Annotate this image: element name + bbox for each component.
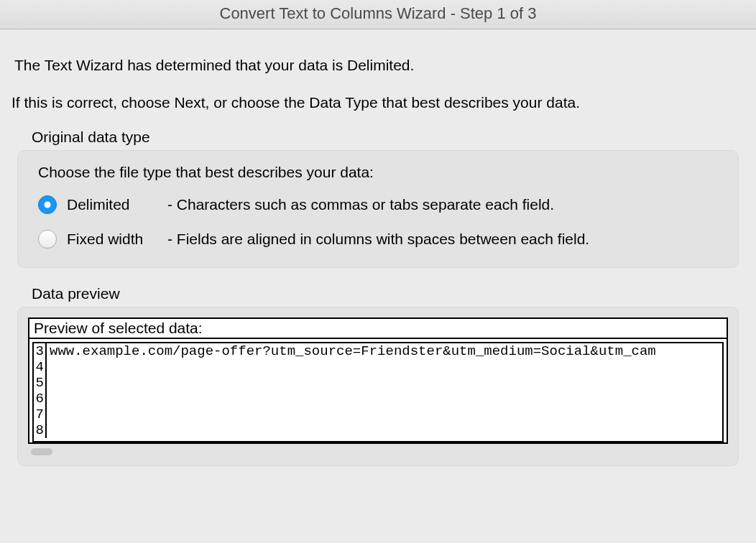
data-preview-rows[interactable]: 3 www.example.com/page-offer?utm_source=… — [32, 342, 724, 442]
row-number: 7 — [34, 407, 47, 422]
original-data-type-label: Original data type — [0, 129, 756, 146]
data-preview-box: Preview of selected data: 3 www.example.… — [28, 317, 728, 444]
row-text — [47, 391, 50, 407]
data-preview-panel: Preview of selected data: 3 www.example.… — [17, 307, 739, 466]
row-text — [47, 407, 50, 422]
intro-text-2: If this is correct, choose Next, or choo… — [0, 94, 756, 111]
row-number: 5 — [34, 375, 47, 391]
original-data-type-panel: Choose the file type that best describes… — [17, 150, 739, 268]
row-text — [47, 359, 50, 375]
data-preview-label: Data preview — [0, 285, 756, 302]
table-row: 8 — [34, 422, 722, 438]
radio-delimited-description: - Characters such as commas or tabs sepa… — [167, 196, 718, 213]
radio-row-fixed-width[interactable]: Fixed width - Fields are aligned in colu… — [38, 230, 718, 249]
intro-text-1: The Text Wizard has determined that your… — [0, 57, 756, 74]
horizontal-scrollbar-thumb[interactable] — [31, 448, 52, 455]
window-title: Convert Text to Columns Wizard - Step 1 … — [0, 0, 756, 29]
row-number: 4 — [34, 359, 47, 375]
table-row: 4 — [34, 359, 722, 375]
radio-fixed-width-label: Fixed width — [67, 231, 167, 248]
radio-fixed-width[interactable] — [38, 230, 57, 249]
row-text: www.example.com/page-offer?utm_source=Fr… — [47, 343, 656, 359]
row-text — [47, 375, 50, 391]
table-row: 6 — [34, 391, 722, 407]
radio-row-delimited[interactable]: Delimited - Characters such as commas or… — [38, 195, 718, 214]
row-number: 8 — [34, 422, 47, 438]
row-number: 3 — [34, 343, 47, 359]
wizard-body: The Text Wizard has determined that your… — [0, 29, 756, 466]
radio-delimited-label: Delimited — [67, 196, 167, 213]
table-row: 7 — [34, 407, 722, 422]
file-type-prompt: Choose the file type that best describes… — [38, 164, 718, 181]
row-text — [47, 422, 50, 438]
radio-delimited[interactable] — [38, 195, 57, 214]
radio-fixed-width-description: - Fields are aligned in columns with spa… — [167, 231, 718, 248]
table-row: 5 — [34, 375, 722, 391]
table-row: 3 www.example.com/page-offer?utm_source=… — [34, 343, 722, 359]
data-preview-header: Preview of selected data: — [29, 319, 727, 339]
row-number: 6 — [34, 391, 47, 407]
